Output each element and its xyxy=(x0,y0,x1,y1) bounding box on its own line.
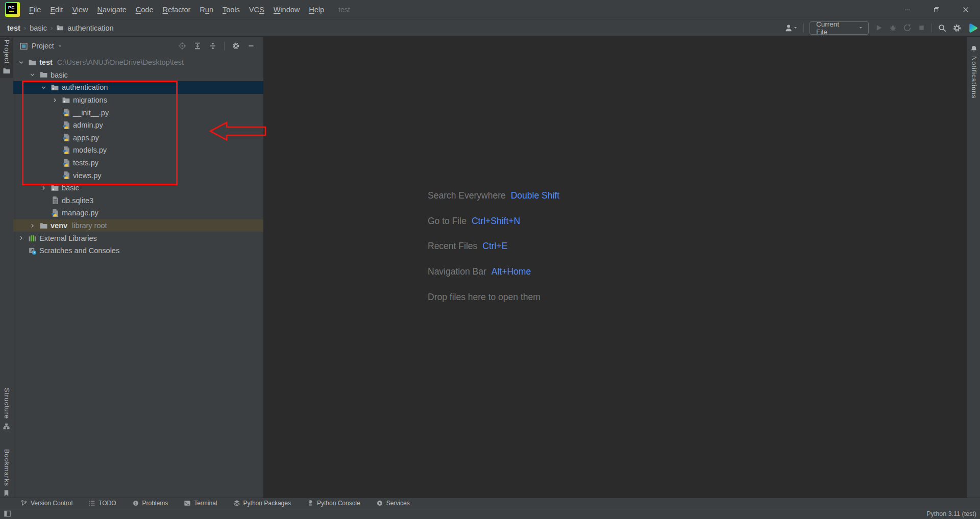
folder-icon xyxy=(28,58,37,67)
tree-item-label: venv xyxy=(51,221,67,230)
chevron-right-icon xyxy=(29,222,36,230)
tool-window-button-label: Python Packages xyxy=(243,500,291,507)
user-account-icon[interactable] xyxy=(784,23,798,33)
menu-run[interactable]: Run xyxy=(195,6,218,14)
tree-item-authentication[interactable]: authentication xyxy=(13,81,263,94)
tool-window-button-python-packages[interactable]: Python Packages xyxy=(233,500,291,507)
tree-item-apps-py[interactable]: apps.py xyxy=(13,132,263,144)
editor-area[interactable]: Search EverywhereDouble ShiftGo to FileC… xyxy=(264,37,967,498)
stop-button[interactable] xyxy=(917,23,926,32)
folder-icon xyxy=(39,221,48,230)
close-button[interactable] xyxy=(951,0,980,19)
menu-navigate[interactable]: Navigate xyxy=(93,6,131,14)
expand-all-icon[interactable] xyxy=(193,42,202,50)
chevron-down-icon[interactable] xyxy=(58,44,62,48)
tree-item-label: apps.py xyxy=(73,134,99,142)
services-icon xyxy=(376,500,383,507)
toolbar-divider xyxy=(224,42,225,51)
tree-item-db-sqlite3[interactable]: db.sqlite3 xyxy=(13,194,263,207)
search-everywhere-icon[interactable] xyxy=(938,23,947,33)
menu-view[interactable]: View xyxy=(67,6,92,14)
tool-window-tab-project[interactable]: Project xyxy=(0,38,13,78)
shortcut-keys: Ctrl+Shift+N xyxy=(472,216,520,227)
menu-tools[interactable]: Tools xyxy=(218,6,244,14)
status-bar: Python 3.11 (test) xyxy=(0,508,980,519)
pycharm-window: { "window": { "title": "test", "controls… xyxy=(0,0,980,519)
tool-window-tab-structure[interactable]: Structure xyxy=(0,388,13,430)
menu-bar: FileEditViewNavigateCodeRefactorRunTools… xyxy=(24,6,329,14)
menu-window[interactable]: Window xyxy=(269,6,305,14)
tree-item-detail: library root xyxy=(72,221,107,230)
minimize-button[interactable] xyxy=(893,0,922,19)
bottom-tool-window-bar: Version ControlTODOProblemsTerminalPytho… xyxy=(0,498,980,508)
project-panel-title[interactable]: Project xyxy=(32,42,54,50)
tree-item-models-py[interactable]: models.py xyxy=(13,144,263,157)
python-icon xyxy=(62,121,70,130)
tree-item-basic[interactable]: basic xyxy=(13,182,263,194)
terminal-icon xyxy=(184,500,191,507)
folder-icon xyxy=(56,24,64,32)
hide-panel-icon[interactable] xyxy=(247,42,255,50)
tool-windows-toggle-icon[interactable] xyxy=(4,510,11,517)
chevron-right-icon xyxy=(17,234,25,242)
panel-settings-gear-icon[interactable] xyxy=(232,42,240,50)
ide-features-trainer-icon[interactable] xyxy=(967,22,978,34)
tool-window-tab-notifications[interactable]: Notifications xyxy=(967,45,980,99)
tree-item-venv[interactable]: venvlibrary root xyxy=(13,219,263,232)
tool-window-button-services[interactable]: Services xyxy=(376,500,410,507)
chevron-down-icon xyxy=(40,84,47,91)
run-button[interactable] xyxy=(874,23,883,32)
tree-item-migrations[interactable]: migrations xyxy=(13,94,263,107)
tool-window-button-terminal[interactable]: Terminal xyxy=(184,500,217,507)
tool-window-tab-bookmarks[interactable]: Bookmarks xyxy=(0,449,13,497)
menu-file[interactable]: File xyxy=(24,6,45,14)
folder-icon xyxy=(39,70,48,79)
python-icon xyxy=(62,171,70,180)
run-configuration-select[interactable]: Current File xyxy=(810,21,869,35)
problems-icon xyxy=(132,500,139,507)
tree-item-label: views.py xyxy=(73,171,102,180)
debug-button[interactable] xyxy=(889,23,897,32)
menu-refactor[interactable]: Refactor xyxy=(158,6,195,14)
tree-item-basic[interactable]: basic xyxy=(13,69,263,82)
tool-window-button-python-console[interactable]: Python Console xyxy=(307,500,360,507)
shortcut-action-label: Search Everywhere xyxy=(428,190,506,201)
toolbar-divider xyxy=(932,23,932,32)
locate-file-icon[interactable] xyxy=(178,42,186,50)
tool-window-button-todo[interactable]: TODO xyxy=(88,500,116,507)
tree-item-scratches-and-consoles[interactable]: Scratches and Consoles xyxy=(13,244,263,257)
menu-vcs[interactable]: VCS xyxy=(244,6,269,14)
scratch-icon xyxy=(28,246,37,255)
toolbar-actions: Current File xyxy=(784,21,980,35)
tree-item-views-py[interactable]: views.py xyxy=(13,169,263,182)
python-interpreter-status[interactable]: Python 3.11 (test) xyxy=(926,510,976,517)
folder-dot-icon xyxy=(62,96,70,105)
tool-window-button-label: Problems xyxy=(142,500,168,507)
tool-window-button-problems[interactable]: Problems xyxy=(132,500,168,507)
tree-item-tests-py[interactable]: tests.py xyxy=(13,157,263,169)
tree-item-manage-py[interactable]: manage.py xyxy=(13,207,263,219)
collapse-all-icon[interactable] xyxy=(209,42,217,50)
menu-help[interactable]: Help xyxy=(304,6,329,14)
breadcrumb-folder[interactable]: basic xyxy=(30,24,47,32)
tool-window-button-version-control[interactable]: Version Control xyxy=(20,500,72,507)
python-icon xyxy=(62,133,70,142)
menu-edit[interactable]: Edit xyxy=(45,6,67,14)
run-with-coverage-button[interactable] xyxy=(903,23,912,32)
restore-button[interactable] xyxy=(922,0,951,19)
shortcut-hint: Search EverywhereDouble Shift xyxy=(428,183,559,209)
project-panel-header: Project xyxy=(13,37,263,55)
tree-item--init-py[interactable]: __init__.py xyxy=(13,106,263,119)
breadcrumb-current[interactable]: authentication xyxy=(67,24,113,32)
db-icon xyxy=(51,196,59,205)
tree-item-test[interactable]: testC:\Users\ANUJ\OneDrive\Desktop\test xyxy=(13,56,263,69)
tree-item-external-libraries[interactable]: External Libraries xyxy=(13,232,263,244)
breadcrumb-project[interactable]: test xyxy=(7,24,20,32)
tree-item-label: migrations xyxy=(73,96,107,104)
tree-item-label: db.sqlite3 xyxy=(62,196,93,205)
tree-item-admin-py[interactable]: admin.py xyxy=(13,119,263,132)
settings-gear-icon[interactable] xyxy=(952,23,962,33)
bell-icon xyxy=(970,45,978,53)
python-icon xyxy=(62,159,70,167)
menu-code[interactable]: Code xyxy=(131,6,158,14)
